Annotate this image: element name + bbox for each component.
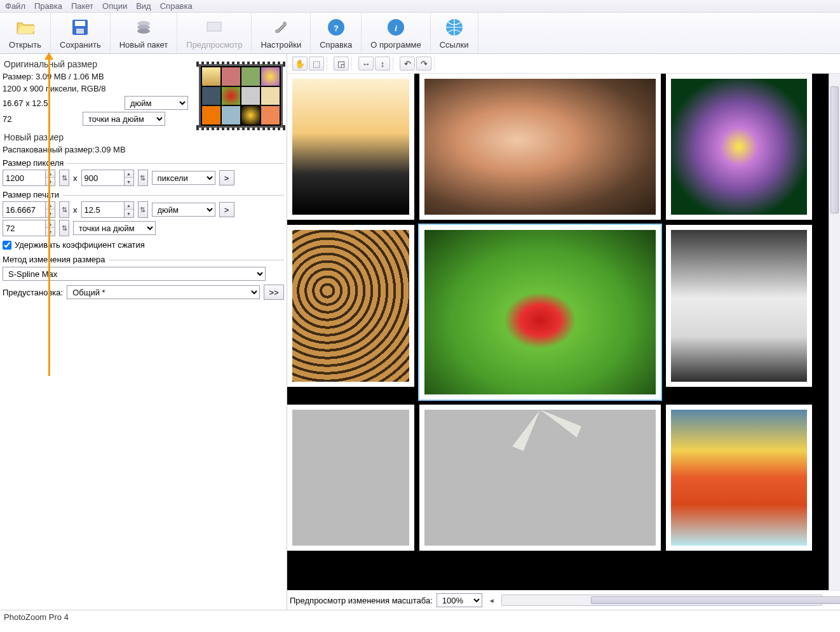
zoom-select[interactable]: 100% [437, 593, 482, 607]
menu-options[interactable]: Опции [102, 1, 127, 11]
new-batch-label: Новый пакет [119, 40, 168, 50]
help-button[interactable]: ? Справка [311, 13, 362, 53]
pixel-size-label: Размер пикселя [3, 158, 64, 168]
settings-button[interactable]: Настройки [252, 13, 311, 53]
hand-tool-button[interactable]: ✋ [292, 57, 308, 71]
help-label: Справка [320, 40, 352, 50]
dpi-unit-select[interactable]: точки на дюйм [73, 221, 156, 235]
settings-label: Настройки [261, 40, 301, 50]
original-physical-text: 16.67 x 12.5 [3, 98, 121, 108]
resize-method-label: Метод изменения размера [3, 255, 105, 264]
collage-photo [666, 74, 812, 220]
original-dpi-text: 72 [3, 114, 79, 124]
save-button[interactable]: Сохранить [51, 13, 111, 53]
pixel-apply-button[interactable]: > [219, 170, 234, 185]
unpacked-size-text: Распакованный размер:3.09 MB [3, 145, 284, 154]
dpi-link-button[interactable]: ⇅ [59, 220, 69, 236]
method-select[interactable]: S-Spline Max [3, 267, 266, 281]
svg-rect-2 [76, 29, 84, 34]
preview-area: ✋ ⬚ ◲ ↔ ↕ ↶ ↷ [287, 54, 840, 610]
ph-link-button[interactable]: ⇅ [138, 201, 148, 218]
preview-canvas[interactable] [287, 74, 829, 590]
print-size-label: Размер печати [3, 190, 59, 199]
preset-more-button[interactable]: >> [264, 285, 284, 300]
width-link-button[interactable]: ⇅ [59, 170, 69, 186]
svg-text:i: i [395, 24, 397, 33]
new-size-title: Новый размер [4, 132, 284, 142]
keep-ratio-input[interactable] [3, 241, 11, 250]
status-bar: PhotoZoom Pro 4 [0, 610, 840, 624]
thumbnail-preview[interactable] [199, 64, 283, 128]
collage-photo [287, 225, 414, 387]
open-button[interactable]: Открыть [0, 13, 51, 53]
undo-button[interactable]: ↶ [400, 57, 415, 71]
preview-label: Предпросмотр [186, 40, 242, 50]
menu-edit[interactable]: Правка [34, 1, 62, 11]
fit-width-button[interactable]: ↔ [358, 57, 374, 71]
marquee-tool-button[interactable]: ⬚ [309, 57, 324, 71]
redo-button[interactable]: ↷ [416, 57, 431, 71]
batch-icon [133, 17, 154, 38]
pw-link-button[interactable]: ⇅ [59, 201, 69, 218]
preview-toolbar: ✋ ⬚ ◲ ↔ ↕ ↶ ↷ [287, 54, 840, 74]
menu-help[interactable]: Справка [160, 1, 193, 11]
dpi-spinner[interactable]: ▲▼ [46, 220, 55, 236]
svg-rect-6 [207, 22, 221, 31]
pw-spinner[interactable]: ▲▼ [46, 201, 55, 218]
original-dpi-unit-select[interactable]: точки на дюйм [83, 112, 165, 126]
keep-ratio-label: Удерживать коэффициент сжатия [15, 240, 145, 250]
original-unit-select[interactable]: дюйм [125, 96, 188, 110]
height-input[interactable] [81, 170, 125, 186]
preset-select[interactable]: Общий * [67, 285, 260, 299]
links-label: Ссылки [440, 40, 469, 50]
svg-point-7 [275, 29, 279, 33]
zoom-label: Предпросмотр изменения масштаба: [290, 596, 433, 605]
info-icon: i [385, 17, 407, 38]
about-label: О программе [370, 40, 421, 50]
new-batch-button[interactable]: Новый пакет [111, 13, 178, 53]
print-apply-button[interactable]: > [219, 202, 234, 217]
help-icon: ? [325, 17, 347, 38]
collage-photo [287, 74, 414, 220]
folder-open-icon [15, 17, 36, 38]
height-spinner[interactable]: ▲▼ [125, 170, 134, 186]
dpi-input[interactable] [3, 220, 46, 236]
scroll-left-button[interactable]: ◄ [486, 595, 498, 606]
collage-photo-selected [419, 225, 661, 400]
keep-ratio-checkbox[interactable]: Удерживать коэффициент сжатия [3, 240, 284, 250]
collage-photo [666, 225, 812, 387]
collage-photo [419, 74, 661, 220]
vertical-scrollbar[interactable] [829, 74, 840, 590]
menu-batch[interactable]: Пакет [71, 1, 93, 11]
print-height-input[interactable] [81, 201, 125, 218]
open-label: Открыть [9, 40, 41, 50]
width-input[interactable] [3, 170, 46, 186]
svg-rect-1 [75, 21, 85, 26]
svg-point-5 [137, 29, 150, 34]
print-unit-select[interactable]: дюйм [152, 203, 215, 217]
menu-bar: Файл Правка Пакет Опции Вид Справка [0, 0, 840, 13]
svg-text:?: ? [334, 24, 339, 33]
preset-label: Предустановка: [3, 288, 63, 297]
settings-icon [270, 17, 292, 38]
x-label-2: x [73, 205, 78, 215]
annotation-arrow [48, 58, 50, 376]
crop-tool-button[interactable]: ◲ [334, 57, 349, 71]
ph-spinner[interactable]: ▲▼ [125, 201, 134, 218]
svg-point-8 [283, 22, 287, 25]
links-button[interactable]: Ссылки [431, 13, 478, 53]
menu-file[interactable]: Файл [5, 1, 25, 11]
width-spinner[interactable]: ▲▼ [46, 170, 55, 186]
height-link-button[interactable]: ⇅ [138, 170, 148, 186]
horizontal-scrollbar[interactable] [501, 595, 822, 606]
about-button[interactable]: i О программе [362, 13, 431, 53]
menu-view[interactable]: Вид [136, 1, 151, 11]
preview-button[interactable]: Предпросмотр [177, 13, 252, 53]
pixel-unit-select[interactable]: пиксели [152, 171, 215, 185]
main-toolbar: Открыть Сохранить Новый пакет Предпросмо… [0, 13, 840, 54]
collage-photo [419, 405, 661, 551]
save-label: Сохранить [60, 40, 101, 50]
print-width-input[interactable] [3, 201, 46, 218]
fit-height-button[interactable]: ↕ [375, 57, 390, 71]
x-label: x [73, 173, 78, 183]
